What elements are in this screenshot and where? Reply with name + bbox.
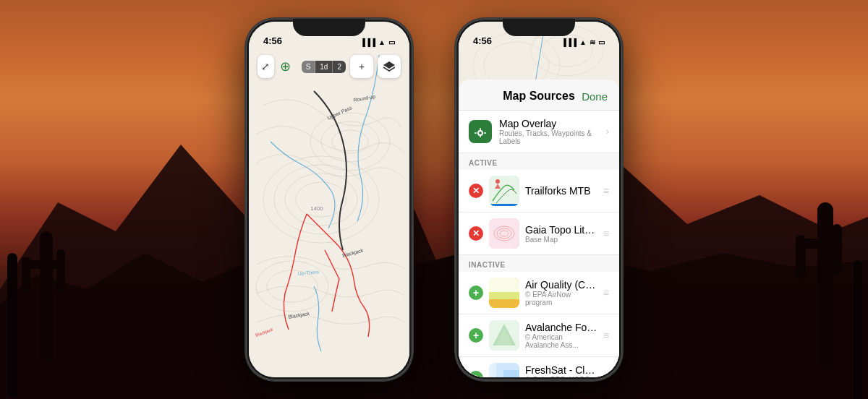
- wifi-icon-left: ▲: [378, 38, 386, 46]
- gaia-info: Gaia Topo Lite (feet) Base Map: [525, 224, 597, 244]
- phone-left-screen: 1400 Upper Pass Round-up Blackjack Black…: [249, 22, 409, 377]
- overlay-text: Map Overlay Routes, Tracks, Waypoints & …: [499, 118, 599, 145]
- phone-left: 1400 Upper Pass Round-up Blackjack Black…: [246, 19, 412, 380]
- gps-button[interactable]: ⊕: [274, 55, 297, 78]
- svg-rect-36: [489, 218, 519, 249]
- status-icons-right: ▐▐▐ ▲ ≋ ▭: [561, 38, 605, 46]
- overlay-chevron: ›: [606, 126, 609, 137]
- source-row-freshsat[interactable]: + FreshSat - Cloud Free © Gaia GPS,: [459, 357, 619, 377]
- svg-point-33: [479, 132, 482, 134]
- gaia-name: Gaia Topo Lite (feet): [525, 224, 597, 236]
- phone-left-notch: [293, 19, 365, 36]
- signal-icon-left: ▐▐▐: [360, 38, 375, 46]
- wifi-icon-right: ≋: [590, 38, 595, 46]
- svg-text:1400: 1400: [310, 205, 323, 212]
- layers-button[interactable]: [378, 55, 401, 78]
- add-freshsat-button[interactable]: +: [469, 371, 483, 377]
- source-row-avalanche[interactable]: + Avalanche Forecast © American Avalanch…: [459, 314, 619, 357]
- map-content: 1400 Upper Pass Round-up Blackjack Black…: [249, 22, 409, 377]
- time-left: 4:56: [263, 35, 282, 46]
- source-row-gaia[interactable]: ✕ Gaia To: [459, 213, 619, 255]
- map-sources-panel: Map Sources Done: [459, 80, 619, 377]
- map-sources-screen: 4:56 ▐▐▐ ▲ ≋ ▭ Map Sources Done: [459, 22, 619, 377]
- phones-container: 1400 Upper Pass Round-up Blackjack Black…: [0, 0, 868, 399]
- avalanche-subtitle: © American Avalanche Ass...: [525, 333, 597, 349]
- source-row-trailforks[interactable]: ✕ Trailforks MTB: [459, 170, 619, 213]
- map-toolbar: ⤢ ⊕ S 1d 2 +: [249, 49, 409, 84]
- avalanche-handle[interactable]: ≡: [603, 330, 609, 341]
- location-icon-right: ▲: [579, 38, 587, 46]
- map-segments: S 1d 2: [302, 61, 346, 73]
- svg-rect-47: [496, 363, 519, 377]
- airquality-info: Air Quality (Current) © EPA AirNow progr…: [525, 279, 597, 306]
- remove-gaia-button[interactable]: ✕: [469, 226, 483, 241]
- airquality-handle[interactable]: ≡: [603, 287, 609, 299]
- overlay-subtitle: Routes, Tracks, Waypoints & Labels: [499, 129, 599, 145]
- trailforks-info: Trailforks MTB: [525, 185, 597, 197]
- segment-s[interactable]: S: [302, 61, 316, 73]
- remove-trailforks-button[interactable]: ✕: [469, 184, 483, 198]
- freshsat-thumbnail: [489, 363, 519, 377]
- phone-right-screen: 4:56 ▐▐▐ ▲ ≋ ▭ Map Sources Done: [459, 22, 619, 377]
- trailforks-handle[interactable]: ≡: [603, 185, 609, 197]
- freshsat-handle[interactable]: ≡: [603, 372, 609, 377]
- segment-1d[interactable]: 1d: [315, 61, 333, 73]
- freshsat-info: FreshSat - Cloud Free © Gaia GPS, USGS, …: [525, 364, 597, 377]
- avalanche-thumbnail: [489, 320, 519, 351]
- add-avalanche-button[interactable]: +: [469, 328, 483, 343]
- airquality-subtitle: © EPA AirNow program: [525, 291, 597, 306]
- phone-right: 4:56 ▐▐▐ ▲ ≋ ▭ Map Sources Done: [456, 19, 622, 380]
- gaia-handle[interactable]: ≡: [603, 228, 609, 239]
- freshsat-name: FreshSat - Cloud Free: [525, 364, 597, 376]
- svg-rect-34: [489, 176, 519, 206]
- done-button[interactable]: Done: [582, 90, 608, 103]
- trailforks-name: Trailforks MTB: [525, 185, 597, 197]
- overlay-icon: [469, 120, 492, 143]
- overlay-title: Map Overlay: [499, 118, 599, 129]
- phone-right-notch: [503, 19, 575, 36]
- battery-icon-left: ▭: [388, 38, 395, 46]
- trailforks-thumbnail: [489, 176, 519, 206]
- segment-2[interactable]: 2: [333, 61, 346, 73]
- source-row-airquality[interactable]: + Air Quality (Current) © EPA AirNow pro…: [459, 272, 619, 314]
- add-button[interactable]: +: [350, 55, 373, 78]
- gaia-subtitle: Base Map: [525, 236, 597, 244]
- map-overlay-row[interactable]: Map Overlay Routes, Tracks, Waypoints & …: [459, 111, 619, 153]
- avalanche-name: Avalanche Forecast: [525, 322, 597, 333]
- svg-rect-42: [489, 299, 519, 308]
- map-sources-header: Map Sources Done: [459, 80, 619, 111]
- inactive-section-header: INACTIVE: [459, 255, 619, 272]
- gaia-thumbnail: [489, 218, 519, 249]
- active-underline: [490, 204, 518, 206]
- signal-icon-right: ▐▐▐: [561, 38, 576, 46]
- map-sources-title: Map Sources: [503, 90, 575, 103]
- status-icons-left: ▐▐▐ ▲ ▭: [360, 38, 395, 46]
- avalanche-info: Avalanche Forecast © American Avalanche …: [525, 322, 597, 349]
- airquality-name: Air Quality (Current): [525, 279, 597, 291]
- freshsat-subtitle: © Gaia GPS, USGS, Europe...: [525, 376, 597, 377]
- time-right: 4:56: [473, 35, 492, 46]
- add-airquality-button[interactable]: +: [469, 286, 483, 300]
- battery-icon-right: ▭: [598, 38, 605, 46]
- active-section-header: ACTIVE: [459, 153, 619, 170]
- expand-button[interactable]: ⤢: [258, 55, 274, 78]
- airquality-thumbnail: [489, 278, 519, 308]
- svg-point-35: [495, 179, 500, 184]
